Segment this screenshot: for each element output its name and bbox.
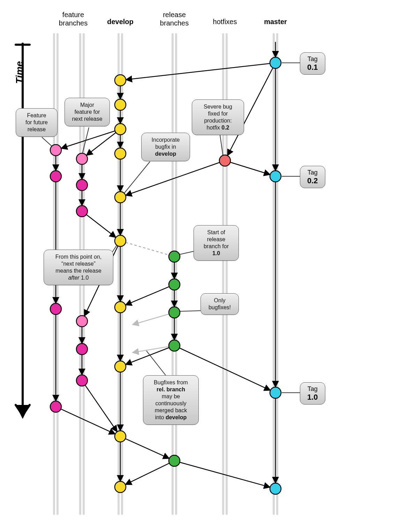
svg-line-53 (85, 385, 117, 432)
gitflow-diagram: Time featurebranches develop releasebran… (0, 0, 401, 532)
svg-line-40 (180, 462, 270, 487)
svg-line-38 (126, 439, 169, 459)
bubble-severe-bug: Severe bugfixed forproduction:hotfix 0.2 (192, 99, 244, 135)
svg-point-60 (115, 124, 126, 135)
svg-point-57 (270, 483, 281, 494)
svg-point-59 (115, 99, 126, 110)
svg-point-82 (76, 343, 88, 355)
svg-line-36 (133, 314, 169, 325)
svg-point-70 (169, 279, 180, 290)
svg-point-80 (76, 206, 88, 217)
svg-point-77 (50, 401, 61, 412)
bubble-bugfixes-from: Bugfixes fromrel. branchmay becontinuous… (143, 375, 199, 425)
svg-point-72 (169, 340, 180, 351)
svg-point-74 (50, 145, 61, 156)
svg-point-58 (115, 75, 126, 86)
svg-point-78 (76, 153, 88, 164)
tag-0-1: Tag0.1 (300, 52, 325, 75)
svg-point-61 (115, 148, 126, 159)
bubble-only-bugfixes: Onlybugfixes! (200, 293, 239, 315)
svg-rect-10 (273, 33, 275, 515)
svg-point-83 (76, 375, 88, 386)
svg-point-71 (169, 307, 180, 318)
svg-point-68 (219, 155, 230, 166)
svg-point-65 (115, 361, 126, 372)
svg-line-27 (230, 162, 270, 175)
bubble-from-this-point: From this point on,“next release”means t… (44, 250, 113, 285)
svg-point-54 (270, 57, 281, 68)
svg-point-73 (169, 455, 180, 466)
svg-point-62 (115, 192, 126, 203)
svg-line-33 (126, 287, 169, 305)
svg-line-45 (61, 409, 115, 434)
bubble-incorporate: Incorporatebugfix indevelop (141, 133, 190, 161)
svg-rect-6 (172, 33, 174, 515)
svg-point-66 (115, 431, 126, 442)
svg-rect-7 (175, 33, 177, 515)
bubble-feature-future: Featurefor futurerelease (16, 108, 58, 137)
svg-point-81 (76, 316, 88, 327)
svg-point-67 (115, 481, 126, 493)
svg-line-39 (125, 463, 169, 485)
svg-point-64 (115, 302, 126, 313)
svg-point-76 (50, 303, 61, 315)
svg-point-55 (270, 171, 281, 182)
svg-point-79 (76, 179, 88, 191)
svg-point-69 (169, 251, 180, 262)
svg-line-16 (126, 64, 270, 80)
svg-line-49 (86, 215, 116, 237)
svg-rect-11 (276, 33, 278, 515)
tag-0-2: Tag0.2 (300, 166, 325, 188)
svg-point-63 (115, 235, 126, 246)
svg-line-46 (86, 133, 116, 155)
tag-1-0: Tag1.0 (300, 382, 325, 405)
bubble-start-release: Start ofreleasebranch for1.0 (194, 225, 239, 261)
svg-point-75 (50, 171, 61, 182)
svg-line-29 (126, 242, 169, 255)
svg-point-56 (270, 387, 281, 398)
bubble-major-feature: Majorfeature fornext release (65, 98, 110, 126)
